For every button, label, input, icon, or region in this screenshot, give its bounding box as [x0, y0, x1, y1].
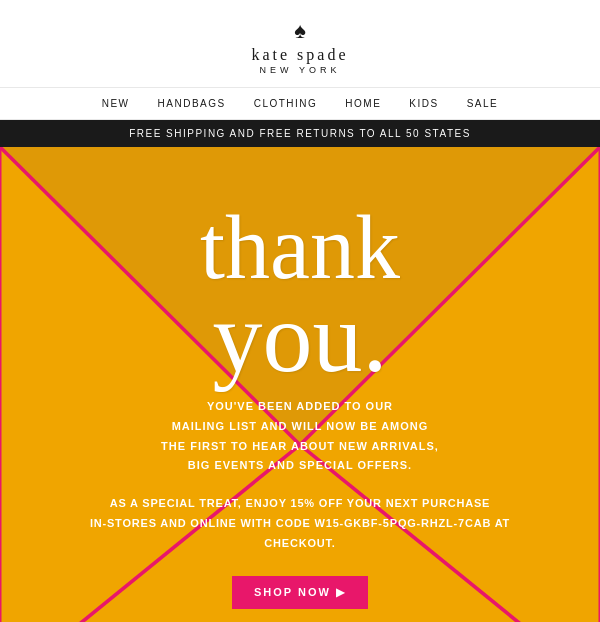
nav-item-home[interactable]: HOME: [331, 98, 395, 109]
brand-name: kate spade: [20, 46, 580, 64]
brand-location: NEW YORK: [20, 65, 580, 75]
nav-item-sale[interactable]: SALE: [453, 98, 513, 109]
subscription-message: YOU'VE BEEN ADDED TO OUR MAILING LIST AN…: [80, 397, 520, 476]
navigation: NEW HANDBAGS CLOTHING HOME KIDS SALE: [0, 87, 600, 120]
thank-line2: you.: [0, 288, 600, 388]
banner-text: FREE SHIPPING AND FREE RETURNS TO ALL 50…: [129, 128, 471, 139]
header: ♠ kate spade NEW YORK: [0, 0, 600, 87]
promo-code-message: AS A SPECIAL TREAT, ENJOY 15% OFF YOUR N…: [80, 494, 520, 553]
nav-item-kids[interactable]: KIDS: [395, 98, 452, 109]
envelope-section: thank you. YOU'VE BEEN ADDED TO OUR MAIL…: [0, 147, 600, 622]
email-container: ♠ kate spade NEW YORK NEW HANDBAGS CLOTH…: [0, 0, 600, 622]
shop-now-label: SHOP NOW: [254, 586, 331, 598]
thank-you-message: thank you.: [0, 207, 600, 388]
spade-icon: ♠: [20, 18, 580, 44]
nav-item-new[interactable]: NEW: [88, 98, 144, 109]
shop-now-button[interactable]: SHOP NOW▶: [232, 576, 368, 609]
promo-banner: FREE SHIPPING AND FREE RETURNS TO ALL 50…: [0, 120, 600, 147]
nav-item-clothing[interactable]: CLOTHING: [240, 98, 332, 109]
thank-line1: thank: [0, 207, 600, 288]
envelope-body: YOU'VE BEEN ADDED TO OUR MAILING LIST AN…: [0, 377, 600, 609]
arrow-icon: ▶: [336, 586, 346, 598]
nav-item-handbags[interactable]: HANDBAGS: [144, 98, 240, 109]
